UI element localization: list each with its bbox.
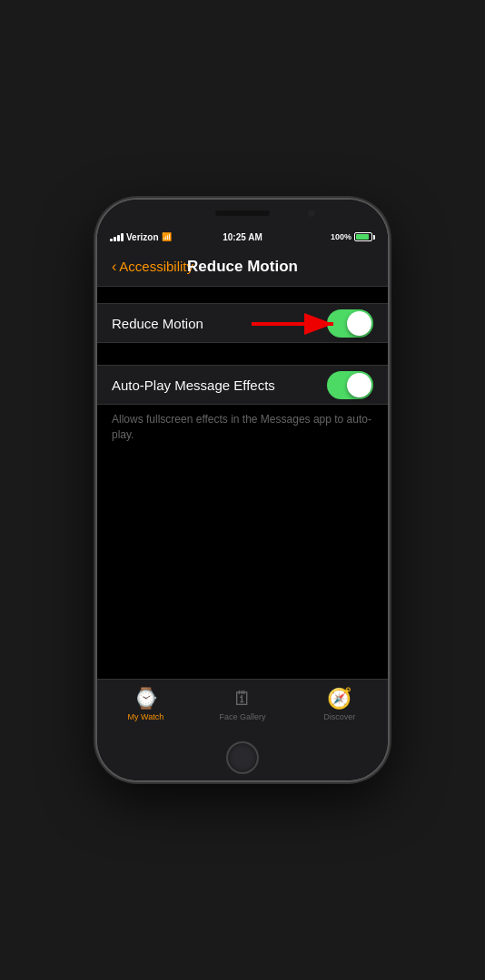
page-title: Reduce Motion [187,258,298,276]
settings-content: Reduce Motion [97,287,388,679]
reduce-motion-label: Reduce Motion [112,316,203,331]
back-label[interactable]: Accessibility [119,259,193,274]
tab-face-gallery[interactable]: 🗓 Face Gallery [194,687,292,721]
tab-bar: ⌚ My Watch 🗓 Face Gallery 🧭 Discover [97,679,388,735]
battery-percent-label: 100% [331,232,351,241]
signal-bars [110,233,124,241]
section-autoplay: Auto-Play Message Effects Allows fullscr… [97,365,388,443]
tab-my-watch[interactable]: ⌚ My Watch [97,687,194,721]
my-watch-icon: ⌚ [134,687,158,710]
toggle-knob [347,311,371,336]
battery-body [354,232,372,241]
autoplay-effects-label: Auto-Play Message Effects [112,377,275,393]
autoplay-effects-row: Auto-Play Message Effects [97,365,388,405]
signal-bar-1 [110,239,113,241]
battery-tip [373,235,375,240]
discover-icon: 🧭 [327,687,351,710]
battery-icon [354,232,375,241]
reduce-motion-row: Reduce Motion [97,303,388,343]
front-camera [308,210,315,217]
my-watch-label: My Watch [128,712,164,721]
back-button[interactable]: ‹ Accessibility [112,259,193,275]
nav-bar: ‹ Accessibility Reduce Motion [97,247,388,287]
phone-device: Verizon 📶 10:25 AM 100% ‹ Accessibility [97,200,388,780]
phone-screen: Verizon 📶 10:25 AM 100% ‹ Accessibility [97,200,388,780]
status-left: Verizon 📶 [110,232,172,242]
carrier-name: Verizon [126,232,159,242]
tab-discover[interactable]: 🧭 Discover [291,687,388,721]
signal-bar-4 [121,233,124,241]
phone-top-bar [97,200,388,227]
autoplay-toggle-knob [347,373,371,397]
back-chevron-icon: ‹ [112,259,116,275]
wifi-icon: 📶 [162,232,172,241]
signal-bar-3 [117,235,120,241]
status-time: 10:25 AM [223,232,262,242]
autoplay-footer: Allows fullscreen effects in the Message… [97,405,388,443]
discover-label: Discover [323,712,355,721]
speaker-grille [215,211,270,216]
status-bar: Verizon 📶 10:25 AM 100% [97,227,388,247]
face-gallery-label: Face Gallery [219,712,265,721]
signal-bar-2 [114,237,116,241]
battery-fill [356,234,369,240]
autoplay-effects-toggle[interactable] [327,371,373,399]
home-button-area [97,735,388,780]
face-gallery-icon: 🗓 [233,687,252,710]
reduce-motion-toggle[interactable] [327,309,373,338]
section-reduce-motion: Reduce Motion [97,303,388,343]
status-right: 100% [331,232,375,241]
home-button[interactable] [226,741,259,774]
